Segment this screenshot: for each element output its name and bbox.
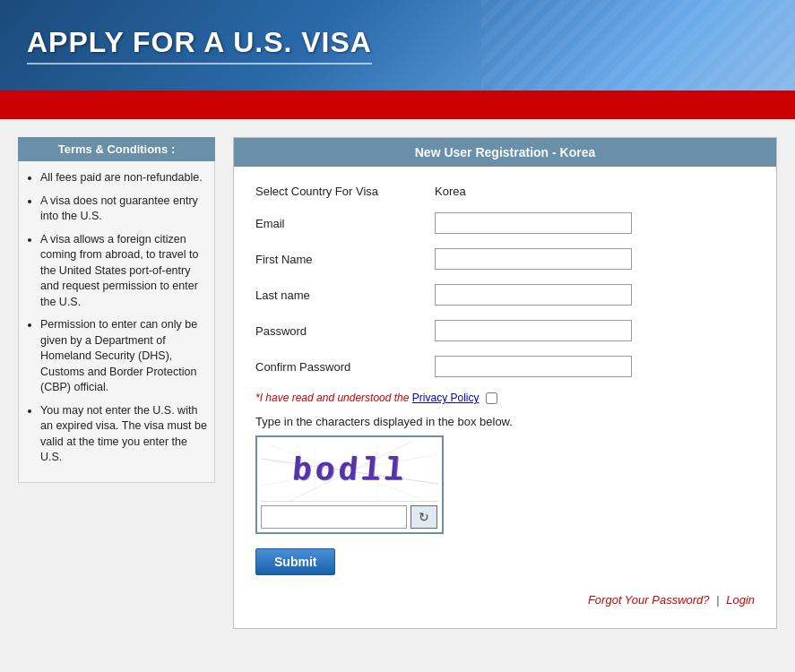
form-body: Select Country For Visa Korea Email Firs… bbox=[234, 167, 776, 628]
terms-item-4: Permission to enter can only be given by… bbox=[40, 317, 207, 396]
password-row: Password bbox=[255, 320, 755, 341]
firstname-input[interactable] bbox=[435, 248, 632, 270]
privacy-policy-link[interactable]: Privacy Policy bbox=[412, 392, 480, 404]
terms-list: All fees paid are non-refundable. A visa… bbox=[37, 170, 207, 466]
terms-panel: Terms & Conditions : All fees paid are n… bbox=[18, 137, 215, 629]
country-label: Select Country For Visa bbox=[255, 185, 435, 198]
country-value: Korea bbox=[435, 185, 466, 198]
forgot-password-link[interactable]: Forgot Your Password? bbox=[588, 593, 710, 607]
terms-item-2: A visa does not guarantee entry into the… bbox=[40, 194, 207, 225]
terms-item-1: All fees paid are non-refundable. bbox=[40, 170, 207, 186]
firstname-label: First Name bbox=[255, 253, 435, 266]
terms-heading: Terms & Conditions : bbox=[18, 137, 215, 161]
lastname-row: Last name bbox=[255, 284, 755, 306]
email-row: Email bbox=[255, 212, 755, 234]
lastname-label: Last name bbox=[255, 289, 435, 302]
email-label: Email bbox=[255, 217, 435, 230]
terms-body: All fees paid are non-refundable. A visa… bbox=[18, 161, 215, 483]
firstname-row: First Name bbox=[255, 248, 755, 270]
footer-links: Forgot Your Password? | Login bbox=[255, 593, 755, 607]
country-row: Select Country For Visa Korea bbox=[255, 185, 755, 198]
main-content: Terms & Conditions : All fees paid are n… bbox=[0, 119, 795, 647]
privacy-text: *I have read and understood the bbox=[255, 392, 412, 404]
captcha-container: bodll ↻ bbox=[255, 435, 444, 534]
captcha-input-row: ↻ bbox=[261, 505, 438, 529]
confirm-password-label: Confirm Password bbox=[255, 360, 435, 374]
confirm-password-row: Confirm Password bbox=[255, 356, 755, 377]
captcha-refresh-button[interactable]: ↻ bbox=[410, 505, 437, 529]
link-separator: | bbox=[716, 593, 719, 607]
privacy-row: *I have read and understood the Privacy … bbox=[255, 392, 755, 404]
terms-item-5: You may not enter the U.S. with an expir… bbox=[40, 403, 207, 466]
form-heading: New User Registration - Korea bbox=[234, 138, 776, 167]
email-input[interactable] bbox=[435, 212, 632, 234]
terms-item-3: A visa allows a foreign citizen coming f… bbox=[40, 232, 207, 311]
password-input[interactable] bbox=[435, 320, 632, 341]
page-title: APPLY FOR A U.S. VISA bbox=[27, 26, 372, 65]
login-link[interactable]: Login bbox=[726, 593, 755, 607]
submit-button[interactable]: Submit bbox=[255, 548, 335, 575]
page-header: APPLY FOR A U.S. VISA bbox=[0, 0, 795, 94]
password-label: Password bbox=[255, 324, 435, 338]
confirm-password-input[interactable] bbox=[435, 356, 632, 377]
captcha-input[interactable] bbox=[261, 505, 407, 529]
registration-form-panel: New User Registration - Korea Select Cou… bbox=[233, 137, 777, 629]
lastname-input[interactable] bbox=[435, 284, 632, 306]
privacy-checkbox[interactable] bbox=[486, 392, 497, 404]
red-bar bbox=[0, 94, 795, 119]
captcha-label: Type in the characters displayed in the … bbox=[255, 415, 755, 428]
submit-row: Submit bbox=[255, 534, 755, 575]
captcha-display-text: bodll bbox=[290, 452, 409, 489]
captcha-image: bodll bbox=[261, 441, 438, 502]
